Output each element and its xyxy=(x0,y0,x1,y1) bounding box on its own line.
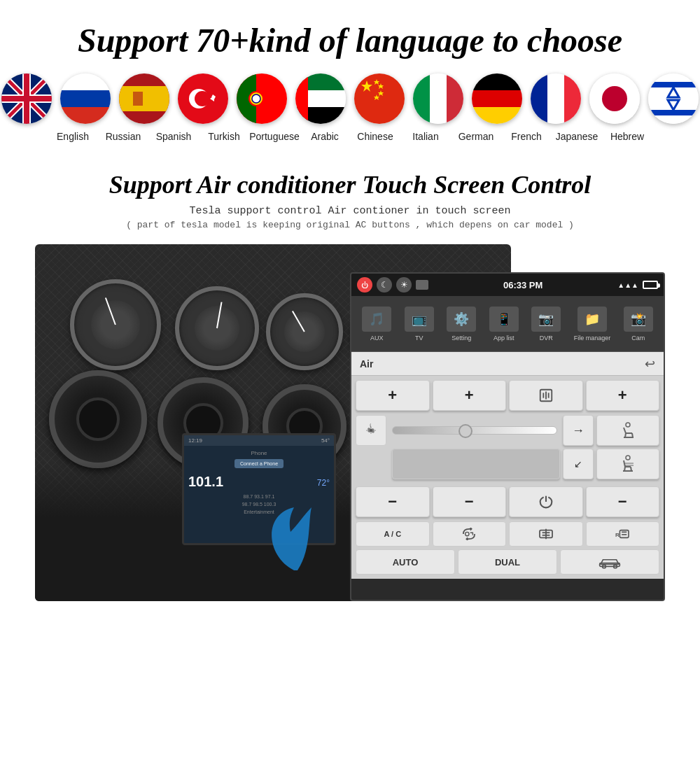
app-cam[interactable]: 📸 Cam xyxy=(624,307,653,342)
temp-minus-left[interactable]: − xyxy=(356,486,430,517)
app-setting[interactable]: ⚙️ Setting xyxy=(447,307,476,342)
heat-icon-btn[interactable] xyxy=(509,380,583,411)
fan-slider-thumb[interactable] xyxy=(458,424,472,438)
svg-rect-10 xyxy=(60,90,111,107)
ac-button[interactable]: A / C xyxy=(356,521,430,547)
applist-label: App list xyxy=(493,335,514,342)
app-row[interactable]: 🎵 AUX 📺 TV ⚙️ Setting 📱 App list 📷 xyxy=(351,296,664,352)
wifi-icon: ▲▲▲ xyxy=(617,281,638,289)
fan-speed-slider[interactable] xyxy=(392,426,557,435)
air-panel-header: Air ↩ xyxy=(351,352,664,376)
flag-japanese xyxy=(589,73,640,124)
air-btn-grid-top: + + + xyxy=(351,376,664,415)
status-bar: ⏻ ☾ ☀ 06:33 PM ▲▲▲ xyxy=(351,274,664,296)
app-filemanager[interactable]: 📁 File manager xyxy=(574,307,611,342)
svg-point-59 xyxy=(465,532,469,535)
setting-label: Setting xyxy=(451,335,471,342)
app-tv[interactable]: 📺 TV xyxy=(405,307,434,342)
flag-italian xyxy=(413,73,463,124)
seat-heat-icon[interactable] xyxy=(596,415,659,446)
lang-label-russian: Russian xyxy=(98,131,148,142)
lang-label-turkish: Turkish xyxy=(199,131,249,142)
auto-button[interactable]: AUTO xyxy=(356,549,455,575)
svg-rect-42 xyxy=(564,73,581,124)
airflow-direction-icon[interactable]: → xyxy=(563,415,594,446)
svg-point-23 xyxy=(252,94,260,103)
dvr-icon[interactable]: 📷 xyxy=(531,307,561,332)
ac-subtitle: Tesla support control Air contioner in t… xyxy=(14,205,686,217)
airflow-gray-btn xyxy=(392,449,560,479)
status-left-icons: ⏻ ☾ ☀ xyxy=(357,277,428,293)
filemanager-label: File manager xyxy=(574,335,611,342)
air-btn-grid-minus: − − − xyxy=(351,482,664,521)
svg-rect-41 xyxy=(547,73,564,124)
fan-control-row: → xyxy=(351,415,664,449)
airflow-down-icon[interactable]: ↙ xyxy=(563,449,594,479)
car-icon-button[interactable] xyxy=(560,549,659,575)
language-section: Support 70+kind of language to choose xyxy=(0,0,700,156)
app-aux[interactable]: 🎵 AUX xyxy=(362,307,391,342)
radio-frequency: 101.1 xyxy=(188,474,223,490)
svg-rect-37 xyxy=(472,73,522,90)
back-button[interactable]: ↩ xyxy=(645,356,655,372)
svg-rect-36 xyxy=(447,73,463,124)
svg-rect-14 xyxy=(133,92,143,106)
svg-point-55 xyxy=(626,423,630,427)
lang-label-german: German xyxy=(451,131,501,142)
svg-rect-34 xyxy=(413,73,430,124)
svg-rect-40 xyxy=(531,73,547,124)
applist-icon[interactable]: 📱 xyxy=(489,307,519,332)
svg-rect-65 xyxy=(620,530,629,538)
setting-icon[interactable]: ⚙️ xyxy=(447,307,476,332)
lang-label-hebrew: Hebrew xyxy=(602,131,652,142)
svg-rect-39 xyxy=(472,107,522,124)
flag-english xyxy=(1,73,52,124)
lang-label-portuguese: Portuguese xyxy=(249,131,300,142)
air-panel-title: Air xyxy=(360,358,373,370)
recirculate-button[interactable] xyxy=(433,521,507,547)
tv-icon[interactable]: 📺 xyxy=(405,307,434,332)
rear-seat-button[interactable]: R xyxy=(586,521,660,547)
air-control-panel: Air ↩ + + + xyxy=(351,352,664,579)
temp-plus-left[interactable]: + xyxy=(356,380,430,411)
radio-temp: 54° xyxy=(321,437,330,444)
power-status-icon: ⏻ xyxy=(357,277,372,293)
svg-rect-28 xyxy=(354,73,405,124)
cam-icon[interactable]: 📸 xyxy=(624,307,653,332)
app-applist[interactable]: 📱 App list xyxy=(489,307,519,342)
svg-rect-38 xyxy=(472,90,522,107)
touch-screen-ui[interactable]: ⏻ ☾ ☀ 06:33 PM ▲▲▲ 🎵 AUX 📺 xyxy=(350,272,665,601)
filemanager-icon[interactable]: 📁 xyxy=(578,307,607,332)
svg-rect-27 xyxy=(295,73,308,124)
flag-hebrew xyxy=(648,73,699,124)
defrost-rear-button[interactable] xyxy=(509,521,583,547)
status-right-icons: ▲▲▲ xyxy=(617,281,658,289)
app-dvr[interactable]: 📷 DVR xyxy=(531,307,561,342)
lang-label-italian: Italian xyxy=(400,131,451,142)
svg-rect-11 xyxy=(60,107,111,124)
car-composite: 12:19 54° Phone Connect a Phone 101.1 72… xyxy=(35,244,665,615)
fan-icon-button[interactable] xyxy=(356,415,386,446)
lang-label-english: English xyxy=(48,131,98,142)
radio-phone-label: Phone xyxy=(188,450,330,456)
gauge-2 xyxy=(175,286,259,370)
aux-icon[interactable]: 🎵 xyxy=(362,307,391,332)
auto-dual-row: AUTO DUAL xyxy=(351,549,664,579)
flag-portuguese xyxy=(237,73,287,124)
flag-spanish xyxy=(119,73,169,124)
page-title: Support 70+kind of language to choose xyxy=(14,21,686,59)
airflow-row: ↙ xyxy=(351,449,664,482)
temp-minus-right[interactable]: − xyxy=(586,486,660,517)
svg-rect-35 xyxy=(430,73,447,124)
seat-back-icon[interactable] xyxy=(596,449,659,479)
temp-plus-right[interactable]: + xyxy=(586,380,660,411)
dual-button[interactable]: DUAL xyxy=(458,549,557,575)
lang-label-japanese: Japanese xyxy=(552,131,602,142)
tv-label: TV xyxy=(415,335,424,342)
grid-status-icon xyxy=(416,280,428,290)
svg-point-17 xyxy=(195,91,210,106)
temp-minus-center[interactable]: − xyxy=(433,486,507,517)
power-button[interactable] xyxy=(509,486,583,517)
aux-label: AUX xyxy=(370,335,384,342)
temp-plus-center[interactable]: + xyxy=(433,380,507,411)
